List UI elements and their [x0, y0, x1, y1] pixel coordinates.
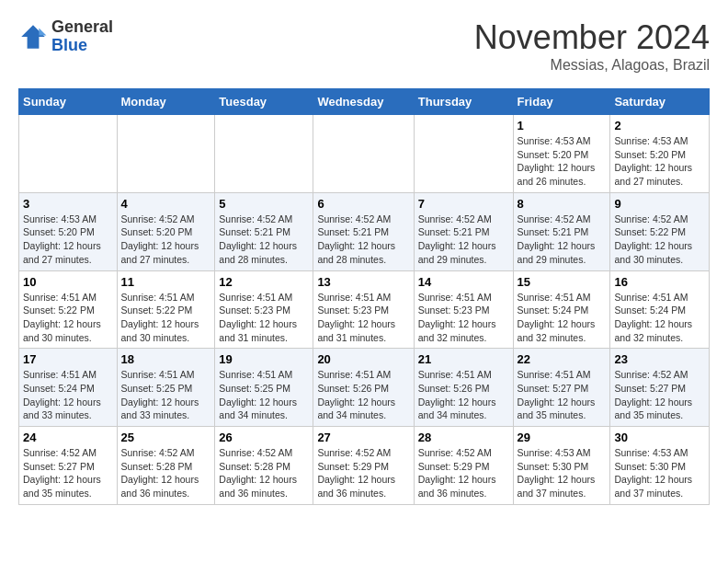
day-info: Sunrise: 4:51 AM Sunset: 5:24 PM Dayligh…	[23, 368, 113, 422]
day-info: Sunrise: 4:51 AM Sunset: 5:25 PM Dayligh…	[121, 368, 211, 422]
calendar-cell: 8Sunrise: 4:52 AM Sunset: 5:21 PM Daylig…	[513, 192, 610, 270]
day-info: Sunrise: 4:51 AM Sunset: 5:25 PM Dayligh…	[219, 368, 309, 422]
day-number: 30	[614, 431, 705, 444]
day-number: 4	[121, 197, 211, 211]
svg-marker-0	[21, 25, 45, 49]
calendar-cell: 5Sunrise: 4:52 AM Sunset: 5:21 PM Daylig…	[215, 192, 313, 270]
day-info: Sunrise: 4:52 AM Sunset: 5:21 PM Dayligh…	[317, 213, 409, 267]
day-info: Sunrise: 4:51 AM Sunset: 5:27 PM Dayligh…	[518, 368, 607, 422]
day-info: Sunrise: 4:51 AM Sunset: 5:24 PM Dayligh…	[614, 291, 705, 345]
day-number: 1	[518, 119, 607, 132]
calendar-cell: 1Sunrise: 4:53 AM Sunset: 5:20 PM Daylig…	[513, 115, 610, 193]
calendar-week-row: 1Sunrise: 4:53 AM Sunset: 5:20 PM Daylig…	[19, 115, 710, 193]
day-number: 8	[518, 197, 607, 211]
day-info: Sunrise: 4:52 AM Sunset: 5:21 PM Dayligh…	[418, 213, 509, 267]
calendar-cell: 24Sunrise: 4:52 AM Sunset: 5:27 PM Dayli…	[19, 427, 118, 505]
day-number: 18	[121, 352, 211, 366]
weekday-header-friday: Friday	[513, 89, 610, 115]
day-info: Sunrise: 4:52 AM Sunset: 5:29 PM Dayligh…	[317, 446, 409, 500]
day-info: Sunrise: 4:53 AM Sunset: 5:20 PM Dayligh…	[518, 134, 607, 189]
title-block: November 2024 Messias, Alagoas, Brazil	[474, 18, 710, 74]
month-title: November 2024	[474, 18, 710, 57]
calendar-cell: 23Sunrise: 4:52 AM Sunset: 5:27 PM Dayli…	[610, 349, 710, 427]
calendar-week-row: 17Sunrise: 4:51 AM Sunset: 5:24 PM Dayli…	[19, 349, 710, 427]
day-number: 20	[317, 352, 409, 366]
calendar-cell: 21Sunrise: 4:51 AM Sunset: 5:26 PM Dayli…	[414, 349, 513, 427]
weekday-header-row: SundayMondayTuesdayWednesdayThursdayFrid…	[19, 89, 710, 115]
day-info: Sunrise: 4:52 AM Sunset: 5:28 PM Dayligh…	[219, 446, 309, 500]
day-number: 17	[23, 352, 113, 366]
day-info: Sunrise: 4:51 AM Sunset: 5:24 PM Dayligh…	[518, 291, 607, 345]
calendar-cell	[313, 115, 414, 193]
day-info: Sunrise: 4:52 AM Sunset: 5:22 PM Dayligh…	[614, 213, 705, 267]
day-info: Sunrise: 4:51 AM Sunset: 5:23 PM Dayligh…	[317, 291, 409, 345]
day-number: 9	[614, 197, 705, 211]
location-subtitle: Messias, Alagoas, Brazil	[474, 57, 710, 74]
logo-icon	[18, 22, 48, 52]
calendar-cell: 16Sunrise: 4:51 AM Sunset: 5:24 PM Dayli…	[610, 270, 710, 349]
day-number: 2	[614, 119, 705, 132]
day-info: Sunrise: 4:51 AM Sunset: 5:26 PM Dayligh…	[418, 368, 509, 422]
day-number: 5	[219, 197, 309, 211]
day-number: 10	[23, 275, 113, 289]
day-info: Sunrise: 4:51 AM Sunset: 5:23 PM Dayligh…	[418, 291, 509, 345]
logo: General Blue	[18, 18, 113, 55]
calendar-cell	[215, 115, 313, 193]
day-info: Sunrise: 4:53 AM Sunset: 5:30 PM Dayligh…	[518, 446, 607, 500]
calendar-cell: 22Sunrise: 4:51 AM Sunset: 5:27 PM Dayli…	[513, 349, 610, 427]
calendar-table: SundayMondayTuesdayWednesdayThursdayFrid…	[18, 88, 710, 505]
day-info: Sunrise: 4:51 AM Sunset: 5:26 PM Dayligh…	[317, 368, 409, 422]
calendar-cell: 6Sunrise: 4:52 AM Sunset: 5:21 PM Daylig…	[313, 192, 414, 270]
calendar-cell: 19Sunrise: 4:51 AM Sunset: 5:25 PM Dayli…	[215, 349, 313, 427]
day-number: 13	[317, 275, 409, 289]
calendar-cell: 3Sunrise: 4:53 AM Sunset: 5:20 PM Daylig…	[19, 192, 118, 270]
day-info: Sunrise: 4:53 AM Sunset: 5:20 PM Dayligh…	[23, 213, 113, 267]
day-number: 23	[614, 352, 705, 366]
calendar-cell	[414, 115, 513, 193]
calendar-cell: 25Sunrise: 4:52 AM Sunset: 5:28 PM Dayli…	[117, 427, 215, 505]
weekday-header-thursday: Thursday	[414, 89, 513, 115]
calendar-cell: 27Sunrise: 4:52 AM Sunset: 5:29 PM Dayli…	[313, 427, 414, 505]
day-info: Sunrise: 4:53 AM Sunset: 5:20 PM Dayligh…	[614, 134, 705, 189]
day-info: Sunrise: 4:52 AM Sunset: 5:28 PM Dayligh…	[121, 446, 211, 500]
calendar-cell	[19, 115, 118, 193]
day-info: Sunrise: 4:51 AM Sunset: 5:22 PM Dayligh…	[121, 291, 211, 345]
weekday-header-monday: Monday	[117, 89, 215, 115]
day-info: Sunrise: 4:52 AM Sunset: 5:21 PM Dayligh…	[518, 213, 607, 267]
weekday-header-saturday: Saturday	[610, 89, 710, 115]
day-number: 16	[614, 275, 705, 289]
weekday-header-wednesday: Wednesday	[313, 89, 414, 115]
day-number: 6	[317, 197, 409, 211]
day-info: Sunrise: 4:52 AM Sunset: 5:27 PM Dayligh…	[614, 368, 705, 422]
day-number: 19	[219, 352, 309, 366]
day-number: 12	[219, 275, 309, 289]
calendar-cell: 26Sunrise: 4:52 AM Sunset: 5:28 PM Dayli…	[215, 427, 313, 505]
day-number: 21	[418, 352, 509, 366]
page-header: General Blue November 2024 Messias, Alag…	[18, 18, 710, 74]
day-number: 24	[23, 431, 113, 444]
calendar-week-row: 24Sunrise: 4:52 AM Sunset: 5:27 PM Dayli…	[19, 427, 710, 505]
calendar-cell: 4Sunrise: 4:52 AM Sunset: 5:20 PM Daylig…	[117, 192, 215, 270]
logo-general-text: General	[51, 17, 113, 36]
day-info: Sunrise: 4:52 AM Sunset: 5:29 PM Dayligh…	[418, 446, 509, 500]
calendar-week-row: 3Sunrise: 4:53 AM Sunset: 5:20 PM Daylig…	[19, 192, 710, 270]
weekday-header-tuesday: Tuesday	[215, 89, 313, 115]
day-number: 25	[121, 431, 211, 444]
day-number: 28	[418, 431, 509, 444]
calendar-cell: 30Sunrise: 4:53 AM Sunset: 5:30 PM Dayli…	[610, 427, 710, 505]
calendar-cell: 13Sunrise: 4:51 AM Sunset: 5:23 PM Dayli…	[313, 270, 414, 349]
day-info: Sunrise: 4:52 AM Sunset: 5:21 PM Dayligh…	[219, 213, 309, 267]
day-number: 27	[317, 431, 409, 444]
day-info: Sunrise: 4:51 AM Sunset: 5:23 PM Dayligh…	[219, 291, 309, 345]
day-info: Sunrise: 4:52 AM Sunset: 5:20 PM Dayligh…	[121, 213, 211, 267]
calendar-cell	[117, 115, 215, 193]
calendar-cell: 11Sunrise: 4:51 AM Sunset: 5:22 PM Dayli…	[117, 270, 215, 349]
calendar-week-row: 10Sunrise: 4:51 AM Sunset: 5:22 PM Dayli…	[19, 270, 710, 349]
calendar-cell: 9Sunrise: 4:52 AM Sunset: 5:22 PM Daylig…	[610, 192, 710, 270]
day-info: Sunrise: 4:53 AM Sunset: 5:30 PM Dayligh…	[614, 446, 705, 500]
weekday-header-sunday: Sunday	[19, 89, 118, 115]
svg-marker-1	[39, 28, 46, 35]
calendar-cell: 28Sunrise: 4:52 AM Sunset: 5:29 PM Dayli…	[414, 427, 513, 505]
day-number: 7	[418, 197, 509, 211]
calendar-cell: 17Sunrise: 4:51 AM Sunset: 5:24 PM Dayli…	[19, 349, 118, 427]
